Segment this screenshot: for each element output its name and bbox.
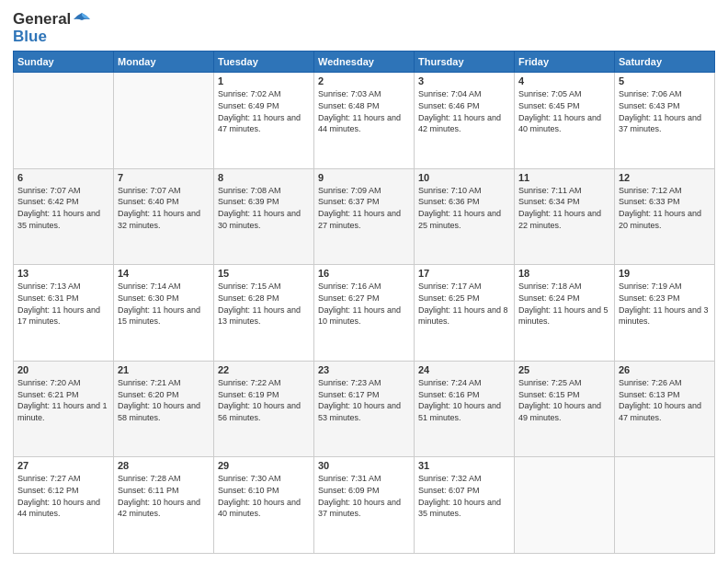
- logo-bird-icon: [73, 12, 91, 27]
- day-number: 7: [118, 172, 210, 183]
- day-header-monday: Monday: [114, 52, 214, 73]
- calendar-cell: 5Sunrise: 7:06 AM Sunset: 6:43 PM Daylig…: [615, 73, 715, 169]
- day-info: Sunrise: 7:06 AM Sunset: 6:43 PM Dayligh…: [619, 88, 711, 134]
- day-info: Sunrise: 7:10 AM Sunset: 6:36 PM Dayligh…: [418, 185, 510, 231]
- day-number: 16: [318, 268, 410, 279]
- calendar-cell: [14, 73, 114, 169]
- logo-combined: General: [13, 11, 91, 29]
- day-info: Sunrise: 7:31 AM Sunset: 6:09 PM Dayligh…: [318, 473, 410, 519]
- calendar-cell: 1Sunrise: 7:02 AM Sunset: 6:49 PM Daylig…: [214, 73, 314, 169]
- calendar-cell: [114, 73, 214, 169]
- day-info: Sunrise: 7:21 AM Sunset: 6:20 PM Dayligh…: [118, 377, 210, 423]
- day-number: 27: [17, 460, 109, 471]
- day-number: 4: [518, 75, 610, 86]
- day-number: 26: [619, 364, 711, 375]
- day-number: 18: [518, 268, 610, 279]
- calendar-cell: 29Sunrise: 7:30 AM Sunset: 6:10 PM Dayli…: [214, 457, 314, 554]
- calendar-cell: 3Sunrise: 7:04 AM Sunset: 6:46 PM Daylig…: [415, 73, 515, 169]
- calendar-cell: 13Sunrise: 7:13 AM Sunset: 6:31 PM Dayli…: [14, 265, 114, 362]
- calendar-week-3: 20Sunrise: 7:20 AM Sunset: 6:21 PM Dayli…: [14, 361, 715, 457]
- day-number: 5: [619, 75, 711, 86]
- day-info: Sunrise: 7:16 AM Sunset: 6:27 PM Dayligh…: [318, 281, 410, 327]
- calendar-cell: 16Sunrise: 7:16 AM Sunset: 6:27 PM Dayli…: [314, 265, 415, 362]
- calendar-cell: 28Sunrise: 7:28 AM Sunset: 6:11 PM Dayli…: [114, 457, 214, 554]
- calendar-cell: 10Sunrise: 7:10 AM Sunset: 6:36 PM Dayli…: [415, 168, 515, 265]
- day-info: Sunrise: 7:28 AM Sunset: 6:11 PM Dayligh…: [118, 473, 210, 519]
- day-number: 31: [418, 460, 510, 471]
- day-number: 1: [218, 75, 310, 86]
- day-info: Sunrise: 7:23 AM Sunset: 6:17 PM Dayligh…: [318, 377, 410, 423]
- day-info: Sunrise: 7:05 AM Sunset: 6:45 PM Dayligh…: [518, 88, 610, 134]
- calendar-cell: 14Sunrise: 7:14 AM Sunset: 6:30 PM Dayli…: [114, 265, 214, 362]
- day-info: Sunrise: 7:07 AM Sunset: 6:42 PM Dayligh…: [17, 185, 109, 231]
- calendar-cell: 27Sunrise: 7:27 AM Sunset: 6:12 PM Dayli…: [14, 457, 114, 554]
- day-number: 10: [418, 172, 510, 183]
- day-number: 14: [118, 268, 210, 279]
- page: General Blue SundayMondayTuesdayWednesda…: [0, 0, 728, 563]
- day-info: Sunrise: 7:03 AM Sunset: 6:48 PM Dayligh…: [318, 88, 410, 134]
- logo-blue-label: Blue: [13, 29, 91, 46]
- day-number: 11: [518, 172, 610, 183]
- calendar-cell: 8Sunrise: 7:08 AM Sunset: 6:39 PM Daylig…: [214, 168, 314, 265]
- calendar-cell: 17Sunrise: 7:17 AM Sunset: 6:25 PM Dayli…: [415, 265, 515, 362]
- day-header-wednesday: Wednesday: [314, 52, 415, 73]
- day-info: Sunrise: 7:26 AM Sunset: 6:13 PM Dayligh…: [619, 377, 711, 423]
- calendar-cell: 21Sunrise: 7:21 AM Sunset: 6:20 PM Dayli…: [114, 361, 214, 457]
- day-number: 29: [218, 460, 310, 471]
- day-info: Sunrise: 7:08 AM Sunset: 6:39 PM Dayligh…: [218, 185, 310, 231]
- calendar-cell: 26Sunrise: 7:26 AM Sunset: 6:13 PM Dayli…: [615, 361, 715, 457]
- day-number: 23: [318, 364, 410, 375]
- calendar-cell: 9Sunrise: 7:09 AM Sunset: 6:37 PM Daylig…: [314, 168, 415, 265]
- day-info: Sunrise: 7:18 AM Sunset: 6:24 PM Dayligh…: [518, 281, 610, 327]
- day-info: Sunrise: 7:30 AM Sunset: 6:10 PM Dayligh…: [218, 473, 310, 519]
- logo-general-label: General: [13, 11, 71, 29]
- calendar-cell: 15Sunrise: 7:15 AM Sunset: 6:28 PM Dayli…: [214, 265, 314, 362]
- calendar-cell: 4Sunrise: 7:05 AM Sunset: 6:45 PM Daylig…: [515, 73, 615, 169]
- logo: General Blue: [13, 11, 91, 45]
- calendar-cell: 24Sunrise: 7:24 AM Sunset: 6:16 PM Dayli…: [415, 361, 515, 457]
- calendar-week-2: 13Sunrise: 7:13 AM Sunset: 6:31 PM Dayli…: [14, 265, 715, 362]
- calendar-cell: 22Sunrise: 7:22 AM Sunset: 6:19 PM Dayli…: [214, 361, 314, 457]
- calendar-table: SundayMondayTuesdayWednesdayThursdayFrid…: [13, 51, 715, 554]
- day-info: Sunrise: 7:17 AM Sunset: 6:25 PM Dayligh…: [418, 281, 510, 327]
- day-info: Sunrise: 7:22 AM Sunset: 6:19 PM Dayligh…: [218, 377, 310, 423]
- day-number: 9: [318, 172, 410, 183]
- day-info: Sunrise: 7:20 AM Sunset: 6:21 PM Dayligh…: [17, 377, 109, 423]
- calendar-week-1: 6Sunrise: 7:07 AM Sunset: 6:42 PM Daylig…: [14, 168, 715, 265]
- day-info: Sunrise: 7:14 AM Sunset: 6:30 PM Dayligh…: [118, 281, 210, 327]
- day-number: 21: [118, 364, 210, 375]
- calendar-cell: 30Sunrise: 7:31 AM Sunset: 6:09 PM Dayli…: [314, 457, 415, 554]
- day-header-sunday: Sunday: [14, 52, 114, 73]
- day-header-tuesday: Tuesday: [214, 52, 314, 73]
- calendar-cell: 23Sunrise: 7:23 AM Sunset: 6:17 PM Dayli…: [314, 361, 415, 457]
- calendar-cell: 31Sunrise: 7:32 AM Sunset: 6:07 PM Dayli…: [415, 457, 515, 554]
- day-info: Sunrise: 7:04 AM Sunset: 6:46 PM Dayligh…: [418, 88, 510, 134]
- calendar-cell: [615, 457, 715, 554]
- day-info: Sunrise: 7:25 AM Sunset: 6:15 PM Dayligh…: [518, 377, 610, 423]
- calendar-cell: 25Sunrise: 7:25 AM Sunset: 6:15 PM Dayli…: [515, 361, 615, 457]
- calendar-cell: [515, 457, 615, 554]
- calendar-cell: 19Sunrise: 7:19 AM Sunset: 6:23 PM Dayli…: [615, 265, 715, 362]
- day-info: Sunrise: 7:19 AM Sunset: 6:23 PM Dayligh…: [619, 281, 711, 327]
- calendar-cell: 18Sunrise: 7:18 AM Sunset: 6:24 PM Dayli…: [515, 265, 615, 362]
- day-info: Sunrise: 7:02 AM Sunset: 6:49 PM Dayligh…: [218, 88, 310, 134]
- calendar-week-0: 1Sunrise: 7:02 AM Sunset: 6:49 PM Daylig…: [14, 73, 715, 169]
- day-info: Sunrise: 7:24 AM Sunset: 6:16 PM Dayligh…: [418, 377, 510, 423]
- day-number: 8: [218, 172, 310, 183]
- calendar-cell: 2Sunrise: 7:03 AM Sunset: 6:48 PM Daylig…: [314, 73, 415, 169]
- calendar-week-4: 27Sunrise: 7:27 AM Sunset: 6:12 PM Dayli…: [14, 457, 715, 554]
- day-number: 25: [518, 364, 610, 375]
- day-number: 17: [418, 268, 510, 279]
- day-header-thursday: Thursday: [415, 52, 515, 73]
- calendar-cell: 12Sunrise: 7:12 AM Sunset: 6:33 PM Dayli…: [615, 168, 715, 265]
- calendar-cell: 6Sunrise: 7:07 AM Sunset: 6:42 PM Daylig…: [14, 168, 114, 265]
- day-number: 22: [218, 364, 310, 375]
- day-info: Sunrise: 7:32 AM Sunset: 6:07 PM Dayligh…: [418, 473, 510, 519]
- day-info: Sunrise: 7:09 AM Sunset: 6:37 PM Dayligh…: [318, 185, 410, 231]
- day-number: 6: [17, 172, 109, 183]
- calendar-header-row: SundayMondayTuesdayWednesdayThursdayFrid…: [14, 52, 715, 73]
- day-number: 2: [318, 75, 410, 86]
- day-info: Sunrise: 7:11 AM Sunset: 6:34 PM Dayligh…: [518, 185, 610, 231]
- day-number: 19: [619, 268, 711, 279]
- day-number: 24: [418, 364, 510, 375]
